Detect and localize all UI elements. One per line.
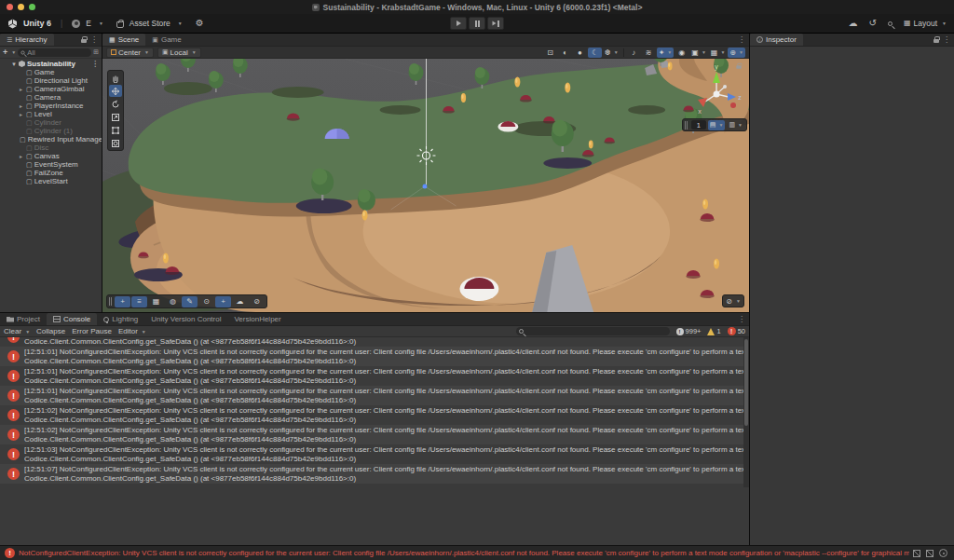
console-scrollbar[interactable]: [743, 337, 749, 487]
cache-server-disabled-icon[interactable]: [913, 550, 920, 557]
clear-button[interactable]: Clear ▼: [4, 327, 30, 335]
rotate-tool[interactable]: [109, 98, 122, 110]
shaded-view-icon[interactable]: ◐: [558, 48, 572, 58]
progress-activity-icon[interactable]: [939, 549, 947, 557]
scrollbar-thumb[interactable]: [744, 339, 748, 426]
code-optimization-icon[interactable]: [926, 550, 934, 557]
lighting-toggle-icon[interactable]: ☾: [588, 48, 602, 58]
panel-menu-icon[interactable]: ⋮: [738, 35, 745, 44]
transform-tool[interactable]: [109, 137, 122, 149]
collapse-arrow-icon[interactable]: ▼: [11, 61, 17, 67]
account-avatar[interactable]: [72, 20, 80, 28]
hierarchy-item-game[interactable]: ▢Game: [0, 68, 102, 76]
account-menu[interactable]: E: [86, 19, 91, 28]
render-mode-icon[interactable]: ⊡: [543, 48, 557, 58]
snap-rotate-icon[interactable]: ▥▼: [727, 120, 744, 130]
overlay-disabled-icon[interactable]: ⊘: [249, 296, 265, 307]
minimize-window-button[interactable]: [18, 4, 24, 10]
hierarchy-item-level[interactable]: ▸▢Level: [0, 110, 102, 118]
collapse-toggle[interactable]: Collapse: [36, 327, 65, 335]
hierarchy-item-rewired-input-manager[interactable]: ▢Rewired Input Manager: [0, 135, 102, 143]
scale-tool[interactable]: [109, 111, 122, 123]
scene-menu-icon[interactable]: ⋮: [91, 60, 102, 68]
console-log-entry[interactable]: ![12:51:03] NotConfiguredClientException…: [0, 444, 749, 464]
console-log-entry[interactable]: ![12:51:02] NotConfiguredClientException…: [0, 405, 749, 425]
gizmo-lock-icon[interactable]: [736, 65, 741, 69]
hierarchy-item-failzone[interactable]: ▢FailZone: [0, 169, 102, 177]
pause-button[interactable]: [469, 17, 485, 30]
layout-dropdown[interactable]: ▦ Layout ▼: [904, 19, 947, 28]
zoom-window-button[interactable]: [29, 4, 35, 10]
camera-settings-icon[interactable]: ▣▼: [689, 48, 708, 58]
console-log-entry[interactable]: ![12:51:01] NotConfiguredClientException…: [0, 347, 749, 366]
overlay-drag-handle[interactable]: [685, 121, 688, 130]
effects-dropdown-icon[interactable]: ❆▼: [603, 48, 620, 58]
tab-lighting[interactable]: Lighting: [97, 313, 144, 325]
2d-toggle-icon[interactable]: ●: [573, 48, 587, 58]
history-icon[interactable]: ↺: [869, 19, 877, 28]
console-log-list[interactable]: ![12:51:01] NotConfiguredClientException…: [0, 337, 749, 545]
tab-game[interactable]: ▣ Game: [145, 34, 187, 46]
scene-viewport[interactable]: y x z < Persp +≡▦◍✎⊙+☁⊘ 1 ▤▼▥▼: [102, 59, 749, 312]
hierarchy-item-camera[interactable]: ▢Camera: [0, 93, 102, 102]
warning-count-badge[interactable]: 1: [707, 327, 720, 335]
search-filter-icon[interactable]: ⊞: [93, 48, 99, 56]
cloud-icon[interactable]: ☁: [849, 19, 858, 28]
info-count-badge[interactable]: !999+: [676, 327, 702, 335]
console-search-input[interactable]: [516, 327, 670, 335]
tab-unity-version-control[interactable]: Unity Version Control: [144, 313, 227, 325]
camera-overlay-menu[interactable]: ⊘ ▼: [722, 294, 744, 307]
step-button[interactable]: [487, 17, 504, 30]
scene-visibility-icon[interactable]: ◉: [675, 48, 688, 58]
hierarchy-item-levelstart[interactable]: ▢LevelStart: [0, 177, 102, 185]
asset-store-menu[interactable]: Asset Store ▼: [116, 19, 183, 28]
panel-lock-icon[interactable]: [934, 39, 939, 43]
status-message[interactable]: NotConfiguredClientException: Unity VCS …: [19, 549, 909, 557]
window-controls[interactable]: [7, 4, 35, 10]
view-hand-tool[interactable]: [109, 72, 122, 84]
status-bar[interactable]: ! NotConfiguredClientException: Unity VC…: [0, 545, 954, 560]
overlay-brush-icon[interactable]: ✎: [182, 296, 198, 307]
console-log-entry[interactable]: ![12:51:01] NotConfiguredClientException…: [0, 337, 749, 347]
particles-dropdown-icon[interactable]: ✦▼: [657, 48, 675, 58]
hierarchy-item-directional-light[interactable]: ▢Directional Light: [0, 76, 102, 85]
panel-menu-icon[interactable]: ⋮: [738, 315, 745, 323]
snap-increment-field[interactable]: 1: [691, 120, 706, 130]
console-log-entry[interactable]: ![12:51:01] NotConfiguredClientException…: [0, 366, 749, 386]
fog-toggle-icon[interactable]: ≋: [642, 48, 656, 58]
rect-tool[interactable]: [109, 124, 122, 136]
console-log-entry[interactable]: ![12:51:07] NotConfiguredClientException…: [0, 464, 749, 484]
overlay-grid-icon[interactable]: ▦: [148, 296, 164, 307]
create-object-button[interactable]: +: [3, 48, 7, 57]
close-window-button[interactable]: [7, 4, 13, 10]
overlay-drag-handle[interactable]: [109, 297, 112, 306]
audio-mute-icon[interactable]: ♪: [627, 48, 641, 58]
tab-versionhelper[interactable]: VersionHelper: [227, 313, 287, 325]
error-pause-toggle[interactable]: Error Pause: [72, 327, 112, 335]
snap-move-icon[interactable]: ▤▼: [708, 120, 726, 130]
panel-menu-icon[interactable]: ⋮: [943, 35, 950, 44]
grid-settings-icon[interactable]: ▦▼: [709, 48, 728, 58]
hierarchy-item-eventsystem[interactable]: ▢EventSystem: [0, 160, 102, 169]
hierarchy-item-playerinstance[interactable]: ▸▢PlayerInstance: [0, 102, 102, 110]
overlay-search-icon[interactable]: ⊙: [198, 296, 214, 307]
console-log-entry[interactable]: ![12:51:01] NotConfiguredClientException…: [0, 386, 749, 405]
mushroom-target[interactable]: [459, 277, 498, 301]
hierarchy-item-cylinder-1[interactable]: ▢Cylinder (1): [0, 127, 102, 135]
hierarchy-item-cameragimbal[interactable]: ▸▢CameraGimbal: [0, 85, 102, 93]
error-count-badge[interactable]: !50: [728, 327, 745, 335]
tab-scene[interactable]: ▦ Scene: [102, 34, 145, 46]
orientation-mode-dropdown[interactable]: ▣ Local ▼: [157, 48, 201, 58]
overlay-transform-icon[interactable]: +: [115, 296, 130, 307]
console-log-entry[interactable]: ![12:51:02] NotConfiguredClientException…: [0, 425, 749, 444]
overlay-cloud-icon[interactable]: ☁: [232, 296, 248, 307]
hierarchy-item-cylinder[interactable]: ▢Cylinder: [0, 118, 102, 127]
pivot-mode-dropdown[interactable]: Center ▼: [106, 48, 154, 58]
tab-project[interactable]: Project: [0, 313, 47, 325]
expand-arrow-icon[interactable]: ▸: [18, 86, 24, 92]
editor-dropdown[interactable]: Editor ▼: [118, 327, 146, 335]
hierarchy-item-disc[interactable]: ▢Disc: [0, 143, 102, 152]
hierarchy-scene-root[interactable]: ▼ Sustainability ⋮: [0, 60, 102, 68]
search-icon[interactable]: [888, 21, 893, 26]
gizmos-dropdown-icon[interactable]: ⊕▼: [728, 48, 745, 58]
